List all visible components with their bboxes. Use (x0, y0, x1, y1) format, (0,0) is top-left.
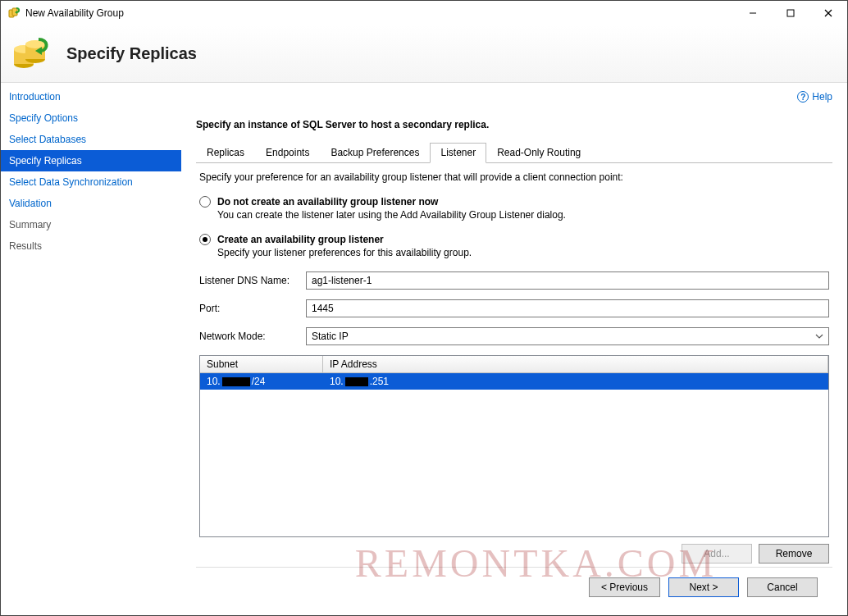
wizard-header: Specify Replicas (1, 25, 847, 83)
radio-no-listener[interactable] (199, 196, 211, 208)
ip-table: Subnet IP Address 10./24 10..251 (199, 355, 829, 537)
ip-table-body: 10./24 10..251 (200, 373, 828, 536)
wizard-footer: < Previous Next > Cancel (196, 567, 832, 607)
svg-rect-4 (787, 10, 794, 16)
chevron-down-icon (815, 332, 823, 340)
port-row: Port: (199, 299, 829, 317)
mode-row: Network Mode: Static IP (199, 327, 829, 345)
sidebar: Introduction Specify Options Select Data… (1, 83, 181, 615)
app-icon (7, 7, 21, 20)
cell-ip: 10..251 (323, 373, 828, 390)
titlebar: New Availability Group (1, 1, 847, 25)
maximize-button[interactable] (772, 1, 809, 25)
sidebar-item-introduction[interactable]: Introduction (1, 86, 181, 107)
dns-label: Listener DNS Name: (199, 275, 306, 286)
remove-button[interactable]: Remove (759, 544, 829, 564)
ip-table-header: Subnet IP Address (200, 356, 828, 373)
dns-input[interactable] (306, 271, 829, 290)
tab-endpoints[interactable]: Endpoints (255, 143, 320, 163)
col-ip[interactable]: IP Address (323, 356, 828, 372)
radio-no-listener-sub: You can create the listener later using … (217, 209, 829, 221)
wizard-window: New Availability Group Specify Replicas … (0, 0, 848, 616)
tab-backup-preferences[interactable]: Backup Preferences (320, 143, 430, 163)
window-controls (734, 1, 847, 25)
sidebar-item-validation[interactable]: Validation (1, 193, 181, 214)
tab-replicas[interactable]: Replicas (196, 143, 255, 163)
previous-button[interactable]: < Previous (589, 577, 660, 597)
redacted (345, 377, 368, 386)
dns-row: Listener DNS Name: (199, 271, 829, 290)
sidebar-item-results: Results (1, 235, 181, 257)
radio-no-listener-row[interactable]: Do not create an availability group list… (199, 196, 829, 208)
wizard-icon (11, 34, 50, 74)
add-remove-row: Add... Remove (199, 544, 829, 564)
tab-read-only-routing[interactable]: Read-Only Routing (486, 143, 591, 163)
help-link[interactable]: ? Help (797, 91, 832, 103)
radio-create-listener[interactable] (199, 234, 211, 245)
port-label: Port: (199, 303, 306, 314)
mode-label: Network Mode: (199, 331, 306, 342)
radio-create-listener-row[interactable]: Create an availability group listener (199, 234, 829, 245)
cell-subnet: 10./24 (200, 373, 323, 390)
table-row[interactable]: 10./24 10..251 (200, 373, 828, 390)
radio-create-listener-label: Create an availability group listener (217, 234, 384, 245)
listener-pref-desc: Specify your preference for an availabil… (199, 171, 829, 183)
network-mode-value: Static IP (312, 331, 349, 342)
help-label: Help (812, 91, 832, 103)
cancel-button[interactable]: Cancel (747, 577, 818, 597)
sidebar-item-select-databases[interactable]: Select Databases (1, 129, 181, 150)
col-subnet[interactable]: Subnet (200, 356, 323, 372)
next-button[interactable]: Next > (668, 577, 739, 597)
tab-listener[interactable]: Listener (430, 143, 486, 163)
help-icon: ? (797, 91, 809, 103)
instruction-text: Specify an instance of SQL Server to hos… (196, 119, 832, 130)
window-title: New Availability Group (25, 7, 734, 19)
wizard-body: Introduction Specify Options Select Data… (1, 83, 847, 615)
network-mode-select[interactable]: Static IP (306, 327, 829, 345)
radio-create-listener-sub: Specify your listener preferences for th… (217, 247, 829, 258)
page-title: Specify Replicas (66, 44, 197, 63)
main-panel: ? Help Specify an instance of SQL Server… (181, 83, 847, 615)
port-input[interactable] (306, 299, 829, 317)
radio-no-listener-label: Do not create an availability group list… (217, 196, 438, 208)
sidebar-item-specify-options[interactable]: Specify Options (1, 107, 181, 129)
sidebar-item-select-data-sync[interactable]: Select Data Synchronization (1, 171, 181, 193)
minimize-button[interactable] (734, 1, 772, 25)
add-button: Add... (682, 544, 752, 564)
sidebar-item-summary: Summary (1, 214, 181, 235)
listener-panel: Specify your preference for an availabil… (196, 163, 832, 567)
sidebar-item-specify-replicas[interactable]: Specify Replicas (1, 150, 181, 171)
tabstrip: Replicas Endpoints Backup Preferences Li… (196, 142, 832, 163)
redacted (222, 377, 250, 386)
close-button[interactable] (809, 1, 847, 25)
